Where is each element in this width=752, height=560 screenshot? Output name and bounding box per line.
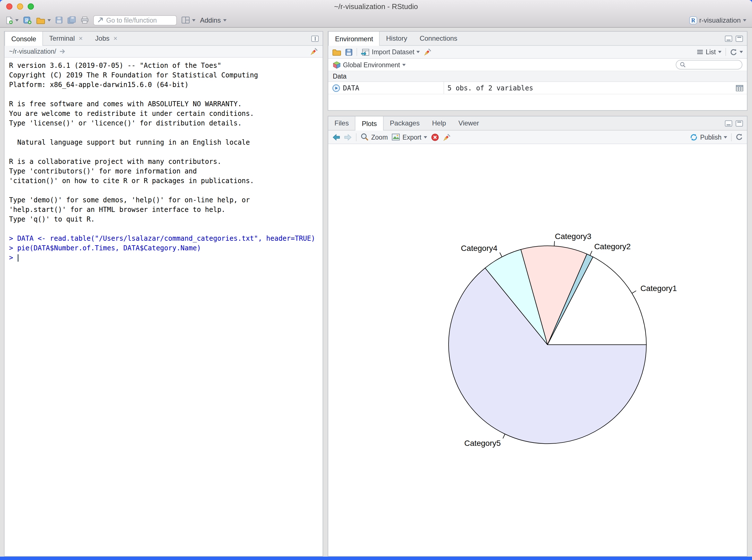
chevron-down-icon [724, 136, 727, 138]
refresh-environment-button[interactable] [730, 48, 743, 56]
environment-search-input[interactable] [688, 61, 738, 68]
project-dropdown[interactable]: R r-visualization [689, 16, 746, 24]
expand-object-icon[interactable] [332, 84, 340, 92]
tab-files[interactable]: Files [328, 116, 355, 130]
tab-jobs-label: Jobs [95, 35, 109, 42]
tab-packages[interactable]: Packages [384, 116, 426, 130]
tab-files-label: Files [334, 119, 349, 127]
tab-environment[interactable]: Environment [328, 32, 380, 46]
titlebar[interactable]: ~/r-visualization - RStudio [0, 0, 752, 13]
tabbar-spacer [485, 116, 725, 130]
remove-plot-button[interactable] [431, 133, 439, 141]
addins-dropdown[interactable]: Addins [200, 16, 226, 24]
goto-file-function-input[interactable] [106, 17, 168, 23]
maximize-pane-icon[interactable] [311, 35, 319, 42]
minimize-pane-icon[interactable] [725, 120, 732, 126]
tab-plots[interactable]: Plots [355, 116, 384, 131]
tab-connections[interactable]: Connections [413, 32, 463, 45]
goto-directory-icon[interactable] [60, 48, 66, 54]
chevron-down-icon [739, 51, 743, 53]
pie-label-tick [632, 291, 636, 293]
project-name-label: r-visualization [699, 16, 741, 24]
working-directory-label: ~/r-visualization/ [9, 48, 56, 55]
console-output-line: Natural language support but running in … [9, 138, 318, 147]
object-name: DATA [343, 84, 359, 92]
search-icon [680, 62, 686, 68]
new-file-icon [6, 16, 13, 24]
close-icon[interactable]: × [114, 35, 118, 42]
console-output[interactable]: R version 3.6.1 (2019-07-05) -- "Action … [4, 58, 323, 556]
console-pane-buttons [311, 32, 323, 45]
environment-section-header: Data [328, 71, 747, 82]
tab-jobs[interactable]: Jobs × [89, 32, 124, 45]
toolbar-separator [356, 133, 357, 141]
tab-terminal[interactable]: Terminal × [43, 32, 89, 45]
maximize-pane-icon[interactable] [736, 120, 743, 126]
close-icon[interactable]: × [79, 35, 83, 42]
open-file-button[interactable] [36, 16, 51, 24]
export-plot-dropdown[interactable]: Export [392, 133, 427, 141]
pie-label-category1: Category1 [641, 284, 677, 293]
zoom-plot-button[interactable]: Zoom [361, 133, 388, 141]
save-icon [55, 16, 63, 24]
environment-search-box[interactable] [676, 60, 743, 69]
maximize-pane-icon[interactable] [736, 35, 743, 42]
clear-console-broom-icon[interactable] [310, 47, 318, 55]
import-dataset-dropdown[interactable]: Import Dataset [361, 48, 420, 56]
screen: ~/r-visualization - RStudio R [0, 0, 752, 560]
close-window-button[interactable] [6, 3, 13, 9]
refresh-plot-button[interactable] [736, 133, 743, 141]
tab-connections-label: Connections [420, 35, 457, 42]
right-column: Environment History Connections [328, 31, 748, 557]
chevron-down-icon [743, 19, 746, 21]
rstudio-window: ~/r-visualization - RStudio R [0, 0, 752, 557]
console-cursor [18, 254, 19, 262]
pie-label-tick [590, 251, 592, 255]
save-button[interactable] [55, 16, 63, 24]
global-environment-dropdown[interactable]: Global Environment [333, 61, 406, 69]
zoom-window-button[interactable] [28, 3, 34, 9]
tab-history[interactable]: History [380, 32, 413, 45]
tab-help[interactable]: Help [426, 116, 452, 130]
chevron-down-icon [47, 19, 51, 21]
clear-environment-broom-icon[interactable] [424, 48, 432, 56]
tab-plots-label: Plots [362, 120, 377, 127]
save-all-button[interactable] [67, 16, 76, 24]
tab-environment-label: Environment [335, 35, 373, 43]
console-output-line: R is free software and comes with ABSOLU… [9, 99, 318, 109]
next-plot-button[interactable] [344, 134, 352, 140]
clear-all-plots-broom-icon[interactable] [443, 133, 451, 141]
load-workspace-folder-icon[interactable] [332, 48, 341, 56]
list-view-dropdown[interactable]: List [697, 48, 721, 55]
minimize-window-button[interactable] [17, 3, 23, 9]
print-button[interactable] [81, 16, 89, 24]
new-file-button[interactable] [6, 16, 19, 24]
console-output-line: Copyright (C) 2019 The R Foundation for … [9, 71, 318, 80]
new-project-icon: R [23, 16, 32, 24]
console-output-line [9, 186, 318, 196]
publish-dropdown[interactable]: Publish [690, 133, 727, 141]
window-header: ~/r-visualization - RStudio R [0, 0, 752, 28]
chevron-down-icon [424, 136, 427, 138]
back-arrow-icon [332, 134, 340, 140]
console-output-line: R version 3.6.1 (2019-07-05) -- "Action … [9, 61, 318, 71]
pane-layout-icon [181, 16, 190, 24]
minimize-pane-icon[interactable] [725, 35, 732, 42]
goto-file-function-box[interactable] [93, 15, 177, 25]
pane-layout-button[interactable] [181, 16, 196, 24]
tab-console[interactable]: Console [4, 32, 43, 46]
tab-viewer[interactable]: Viewer [452, 116, 485, 130]
pie-label-tick [503, 434, 505, 439]
console-command-line: > pie(DATA$Number.of.Times, DATA$Categor… [9, 243, 318, 253]
publish-label: Publish [700, 134, 721, 140]
export-image-icon [392, 133, 400, 141]
global-environment-label: Global Environment [343, 61, 400, 68]
environment-object-row[interactable]: DATA 5 obs. of 2 variables [328, 82, 747, 94]
refresh-icon [730, 48, 737, 56]
previous-plot-button[interactable] [332, 134, 340, 140]
save-workspace-icon[interactable] [345, 48, 352, 56]
view-data-button[interactable] [736, 84, 744, 91]
new-project-button[interactable]: R [23, 16, 32, 24]
environment-empty-area [328, 94, 747, 110]
environment-pane-buttons [725, 32, 747, 45]
